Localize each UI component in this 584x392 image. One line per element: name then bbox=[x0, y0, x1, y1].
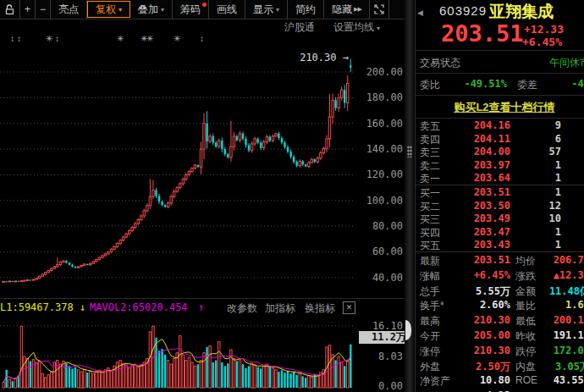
volume-tick-label: 0.00 bbox=[355, 380, 403, 392]
highlight-button[interactable]: 亮点 bbox=[51, 0, 87, 19]
order-book-row[interactable]: 卖三204.0057 bbox=[416, 145, 584, 158]
stat-value: 5.55万 bbox=[448, 284, 510, 299]
chevron-down-icon: ▾ bbox=[161, 6, 164, 14]
double-arrow-icon: ▶▶ bbox=[354, 6, 361, 13]
red-dot-badge bbox=[202, 3, 207, 7]
quote-header: ◀ 603929 亚翔集成 203.51 +12.33 +6.45% bbox=[416, 0, 584, 51]
quote-panel: ◀ 603929 亚翔集成 203.51 +12.33 +6.45% 交易状态 … bbox=[415, 0, 584, 392]
zoom-in-button[interactable]: + bbox=[20, 0, 36, 19]
chevron-down-icon: ▾ bbox=[118, 6, 122, 14]
order-book-row[interactable]: 买四203.471 bbox=[416, 225, 584, 239]
lock-button[interactable] bbox=[0, 0, 20, 19]
price-tick-label: 60.00 bbox=[355, 246, 403, 257]
order-quantity: 1 bbox=[515, 172, 561, 184]
lock-open-icon bbox=[4, 4, 15, 15]
stat-row: 今开205.00昨收191.18 bbox=[416, 328, 584, 343]
draw-line-button[interactable]: 画线 bbox=[209, 0, 245, 19]
order-book-row[interactable]: 卖一203.641 bbox=[416, 171, 584, 185]
stat-value: 3.05万 bbox=[515, 360, 584, 374]
display-label: 显示 bbox=[253, 3, 273, 17]
order-book-row[interactable]: 买一203.511 bbox=[416, 185, 584, 199]
pane-separator bbox=[0, 298, 414, 299]
fuquan-button[interactable]: 复权▾ bbox=[87, 1, 130, 18]
order-book-row[interactable]: 买三203.4910 bbox=[416, 212, 584, 225]
display-button[interactable]: 显示▾ bbox=[245, 0, 288, 19]
l2-promo-row: 购买L2查看十档行情 bbox=[416, 96, 584, 119]
hide-button[interactable]: 隐藏▶▶ bbox=[324, 0, 370, 19]
volume-chart[interactable] bbox=[0, 313, 355, 389]
price-change-percent: +6.45% bbox=[522, 36, 562, 48]
order-price: 203.97 bbox=[449, 159, 510, 171]
stats-grid: 最新203.51均价206.77涨幅+6.45%涨跌▲12.33总手5.55万金… bbox=[416, 252, 584, 392]
hugutong-tag: 沪股通 bbox=[284, 20, 315, 35]
stat-value: 172.06 bbox=[515, 345, 584, 356]
stat-value: 210.30 bbox=[448, 314, 510, 326]
fullscreen-button[interactable] bbox=[370, 0, 389, 19]
buy-l2-link[interactable]: 购买L2查看十档行情 bbox=[454, 100, 554, 115]
order-price: 203.51 bbox=[449, 186, 510, 198]
updown-marker-icon: ↕ bbox=[17, 34, 21, 43]
mavol1-value: L1:59467.378 bbox=[0, 301, 74, 313]
order-book-row[interactable]: 买二203.5012 bbox=[416, 199, 584, 213]
order-book-row[interactable]: 卖四204.116 bbox=[416, 132, 584, 146]
stat-value: 191.18 bbox=[515, 329, 584, 341]
chart-toolbar: +−亮点复权▾叠加▾筹码画线显示▾简约隐藏▶▶ bbox=[0, 0, 414, 19]
stat-value: 10.80 bbox=[448, 374, 510, 386]
overlay-button[interactable]: 叠加▾ bbox=[130, 0, 173, 19]
chevron-down-icon: ▾ bbox=[276, 6, 279, 14]
order-price: 204.11 bbox=[449, 133, 510, 145]
order-quantity: 1 bbox=[515, 226, 561, 238]
volume-tick-label: 16.10 bbox=[355, 320, 403, 332]
stat-value: 43.55% bbox=[515, 374, 584, 386]
stat-value: 2.60% bbox=[448, 299, 510, 311]
stat-label: 最高 bbox=[420, 314, 440, 329]
arrow-right-icon: → bbox=[343, 52, 349, 63]
price-tick-label: 160.00 bbox=[355, 118, 403, 130]
close-icon[interactable]: ✕ bbox=[343, 301, 355, 314]
candlestick-chart[interactable] bbox=[0, 47, 355, 298]
stat-label: 今开 bbox=[420, 329, 440, 344]
price-tick-label: 140.00 bbox=[355, 143, 403, 155]
stat-label: 涨幅 bbox=[420, 269, 440, 284]
chips-button[interactable]: 筹码 bbox=[173, 0, 209, 19]
stat-value: 1.60 bbox=[515, 299, 584, 311]
order-quantity: 57 bbox=[515, 146, 561, 157]
stat-row: 最新203.51均价206.77 bbox=[416, 252, 584, 268]
zoom-in-label: + bbox=[25, 3, 30, 15]
set-ma-button[interactable]: 设置均线▾ bbox=[333, 20, 380, 35]
trade-status-label: 交易状态 bbox=[420, 56, 460, 70]
stat-row: 收益(TTM)4.13 bbox=[416, 388, 584, 392]
draw-line-label: 画线 bbox=[217, 3, 237, 17]
stat-row: 净资产10.80ROE43.55% bbox=[416, 373, 584, 388]
stat-value: 206.77 bbox=[515, 254, 584, 266]
order-quantity: 6 bbox=[515, 133, 561, 145]
order-book-row[interactable]: 买五203.431 bbox=[416, 238, 584, 251]
price-tick-label: 40.00 bbox=[355, 272, 403, 284]
stat-value: 11.48亿 bbox=[515, 284, 584, 299]
arrow-up-icon: ↑ bbox=[198, 301, 204, 313]
order-price: 203.49 bbox=[449, 213, 510, 224]
collapse-left-icon[interactable]: ◀ bbox=[417, 8, 423, 17]
weibi-row: 委比 -49.51% 委差 -48 bbox=[416, 74, 584, 96]
stock-app-window: +−亮点复权▾叠加▾筹码画线显示▾简约隐藏▶▶ 沪股通 设置均线▾ ↕↕✳↕✳✳… bbox=[0, 0, 584, 392]
stat-value: 205.00 bbox=[448, 329, 510, 341]
order-price: 203.50 bbox=[449, 200, 510, 212]
chevron-down-icon: ▾ bbox=[377, 25, 380, 32]
order-book-row[interactable]: 卖二203.971 bbox=[416, 158, 584, 172]
updown-marker-icon: ↕ bbox=[55, 34, 59, 43]
stat-row: 外盘2.50万内盘3.05万 bbox=[416, 358, 584, 373]
simple-button[interactable]: 简约 bbox=[288, 0, 324, 19]
order-quantity: 1 bbox=[515, 159, 561, 171]
divider-grip-icon[interactable] bbox=[407, 146, 412, 157]
zoom-out-button[interactable]: − bbox=[36, 0, 51, 19]
asterisk-marker-icon: ✳ bbox=[46, 34, 52, 43]
trade-status-value: 午间休市 bbox=[505, 56, 584, 70]
order-book-row[interactable]: 卖五204.169 bbox=[416, 119, 584, 132]
last-price: 203.51 bbox=[441, 20, 524, 47]
stock-code: 603929 bbox=[439, 3, 487, 18]
price-change: +12.33 bbox=[524, 23, 564, 36]
order-level-label: 买五 bbox=[420, 239, 440, 253]
order-quantity: 9 bbox=[515, 119, 561, 131]
stat-label: 总手 bbox=[420, 284, 440, 299]
stat-value: +6.45% bbox=[448, 269, 510, 281]
